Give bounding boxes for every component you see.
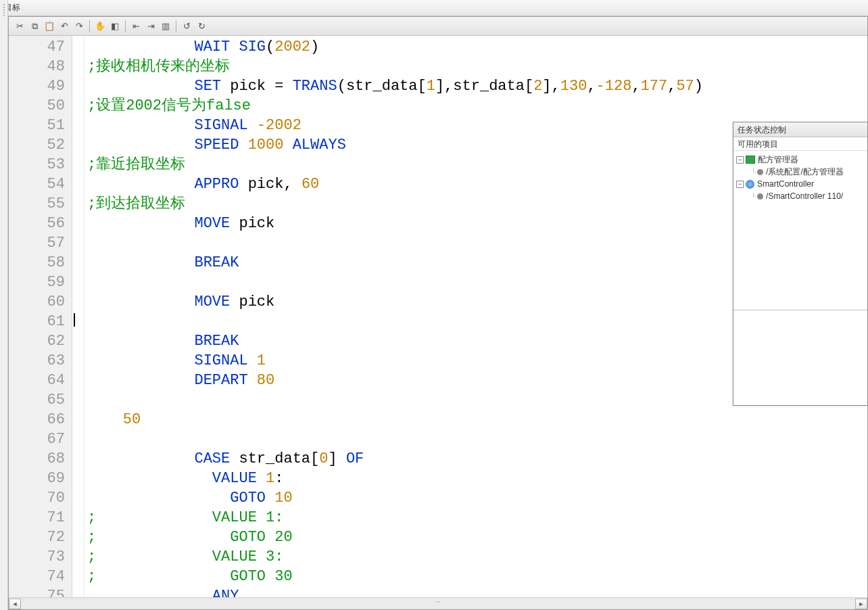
line-number: 63 xyxy=(9,351,65,371)
margin-strip xyxy=(72,36,85,597)
line-number: 72 xyxy=(9,527,65,547)
line-number: 56 xyxy=(9,214,65,233)
code-line[interactable]: ;接收相机传来的坐标 xyxy=(87,57,867,76)
paste-icon[interactable]: 📋 xyxy=(43,20,56,33)
line-number: 71 xyxy=(9,508,65,527)
line-number: 53 xyxy=(9,155,65,174)
line-number: 57 xyxy=(9,233,65,253)
line-number: 59 xyxy=(9,273,65,292)
code-line[interactable]: ;设置2002信号为false xyxy=(87,96,867,116)
code-line[interactable]: VALUE 1: xyxy=(87,469,867,488)
line-number: 47 xyxy=(9,37,65,57)
tree-line-icon: └ xyxy=(751,193,756,200)
node-icon xyxy=(757,193,763,200)
line-number: 66 xyxy=(9,410,65,429)
code-line[interactable]: ; VALUE 1: xyxy=(87,508,867,527)
scroll-right-icon[interactable]: ► xyxy=(855,599,867,609)
collapse-icon[interactable]: − xyxy=(736,156,744,164)
line-number: 75 xyxy=(9,586,65,597)
left-rail xyxy=(0,0,8,610)
eraser-icon[interactable]: ◧ xyxy=(108,20,122,33)
tree-label: 配方管理器 xyxy=(758,154,798,166)
line-number: 67 xyxy=(9,429,65,449)
undo2-icon[interactable]: ↺ xyxy=(180,20,193,33)
tree-node-smartcontroller[interactable]: − SmartController xyxy=(735,178,866,190)
line-number: 62 xyxy=(9,331,65,351)
top-bar: 目标 xyxy=(0,0,868,16)
undo-icon[interactable]: ↶ xyxy=(57,20,71,33)
scroll-track[interactable]: ꞌꞌꞌ xyxy=(21,599,855,609)
line-number: 60 xyxy=(9,292,65,312)
line-number: 73 xyxy=(9,547,65,567)
outdent-icon[interactable]: ⇤ xyxy=(129,20,143,33)
panel-lower-area xyxy=(733,310,867,405)
line-number: 69 xyxy=(9,469,65,488)
copy-icon[interactable]: ⧉ xyxy=(28,20,41,33)
panel-title: 任务状态控制 xyxy=(733,122,867,137)
tree-line-icon: └ xyxy=(751,168,756,176)
code-line[interactable]: ; VALUE 3: xyxy=(87,547,867,567)
line-number: 70 xyxy=(9,488,65,508)
line-number: 50 xyxy=(9,96,65,116)
code-line[interactable]: GOTO 10 xyxy=(87,488,867,508)
code-line[interactable]: ANY xyxy=(87,586,867,597)
code-line[interactable]: 50 xyxy=(87,410,867,429)
cut-icon[interactable]: ✂ xyxy=(13,20,26,33)
controller-icon xyxy=(746,180,754,189)
tree-node-recipe-manager[interactable]: − 配方管理器 xyxy=(735,154,866,166)
line-number: 58 xyxy=(9,253,65,273)
toolbar-separator xyxy=(125,20,126,32)
collapse-icon[interactable]: − xyxy=(736,181,744,188)
indent-icon[interactable]: ⇥ xyxy=(144,20,158,33)
tree-node-controller-path[interactable]: └ /SmartController 110/ xyxy=(735,190,866,202)
line-number-gutter: 4748495051525354555657585960616263646566… xyxy=(9,36,72,597)
node-icon xyxy=(757,169,763,175)
code-line[interactable]: WAIT SIG(2002) xyxy=(87,37,867,57)
panel-subtitle: 可用的项目 xyxy=(733,137,867,151)
code-line[interactable]: SET pick = TRANS(str_data[1],str_data[2]… xyxy=(87,76,867,96)
code-line[interactable]: ; GOTO 20 xyxy=(87,527,867,547)
code-line[interactable] xyxy=(87,429,867,449)
scroll-left-icon[interactable]: ◄ xyxy=(9,599,21,609)
code-line[interactable]: ; GOTO 30 xyxy=(87,567,867,586)
line-number: 64 xyxy=(9,371,65,390)
tree-label: /SmartController 110/ xyxy=(766,191,843,201)
code-line[interactable]: CASE str_data[0] OF xyxy=(87,449,867,469)
caret-icon xyxy=(74,313,75,327)
line-number: 61 xyxy=(9,312,65,331)
panel-tree: − 配方管理器 └ /系统配置/配方管理器 − SmartController … xyxy=(733,151,867,310)
rail-grip-icon xyxy=(2,3,6,30)
line-number: 54 xyxy=(9,174,65,194)
line-number: 52 xyxy=(9,135,65,155)
line-number: 48 xyxy=(9,57,65,76)
editor-toolbar: ✂ ⧉ 📋 ↶ ↷ ✋ ◧ ⇤ ⇥ ▥ ↺ ↻ xyxy=(9,17,867,36)
horizontal-scrollbar[interactable]: ◄ ꞌꞌꞌ ► xyxy=(9,597,867,609)
line-number: 49 xyxy=(9,76,65,96)
folder-icon xyxy=(746,156,755,164)
task-status-panel: 任务状态控制 可用的项目 − 配方管理器 └ /系统配置/配方管理器 − Sma… xyxy=(733,122,868,406)
line-number: 74 xyxy=(9,567,65,586)
tree-node-recipe-path[interactable]: └ /系统配置/配方管理器 xyxy=(735,166,866,178)
line-number: 55 xyxy=(9,194,65,214)
line-number: 68 xyxy=(9,449,65,469)
tree-label: SmartController xyxy=(757,179,814,189)
block-icon[interactable]: ▥ xyxy=(159,20,172,33)
toolbar-separator xyxy=(176,20,176,32)
tree-label: /系统配置/配方管理器 xyxy=(766,166,844,178)
redo-icon[interactable]: ↷ xyxy=(72,20,86,33)
toolbar-separator xyxy=(89,20,90,32)
hand-icon[interactable]: ✋ xyxy=(93,20,107,33)
redo2-icon[interactable]: ↻ xyxy=(195,20,208,33)
line-number: 51 xyxy=(9,116,65,135)
line-number: 65 xyxy=(9,390,65,410)
